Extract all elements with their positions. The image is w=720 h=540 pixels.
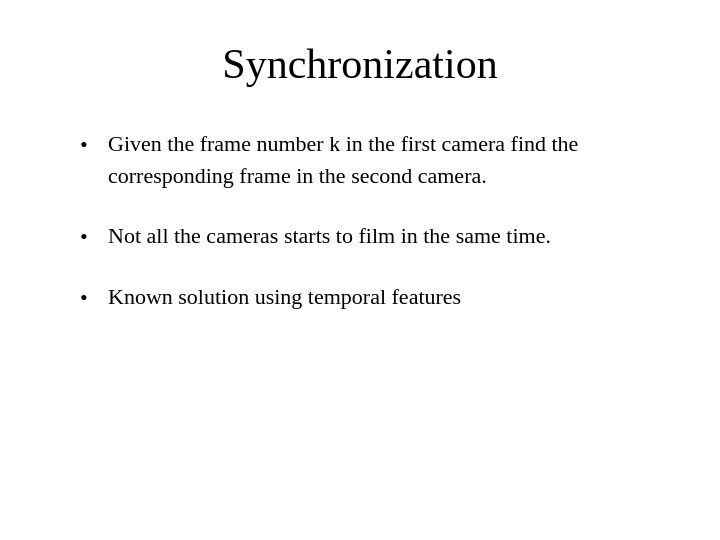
slide-container: Synchronization • Given the frame number… (0, 0, 720, 540)
bullet-dot-3: • (80, 282, 108, 314)
bullet-dot-1: • (80, 129, 108, 161)
list-item: • Known solution using temporal features (80, 281, 640, 314)
slide-title: Synchronization (80, 40, 640, 88)
bullet-list: • Given the frame number k in the first … (80, 128, 640, 342)
bullet-text-3: Known solution using temporal features (108, 281, 640, 313)
list-item: • Given the frame number k in the first … (80, 128, 640, 192)
bullet-text-1: Given the frame number k in the first ca… (108, 128, 640, 192)
bullet-dot-2: • (80, 221, 108, 253)
list-item: • Not all the cameras starts to film in … (80, 220, 640, 253)
bullet-text-2: Not all the cameras starts to film in th… (108, 220, 640, 252)
